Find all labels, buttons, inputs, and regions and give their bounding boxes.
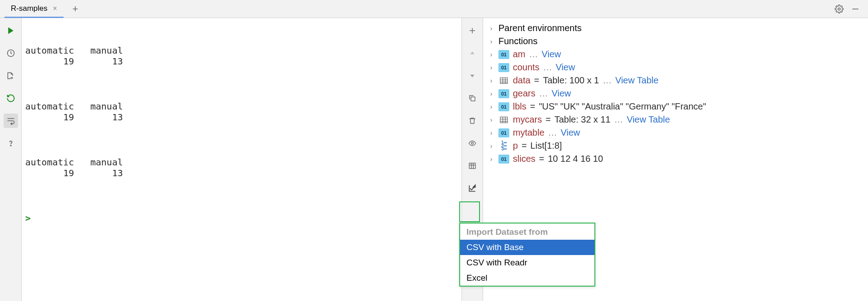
variable-row[interactable]: › mycars = Table: 32 x 11 … View Table [483, 113, 868, 126]
eq: = [521, 141, 527, 151]
view-link[interactable]: View [552, 88, 571, 99]
variable-row[interactable]: › 1━2━3━ p = List[1:8] [483, 139, 868, 152]
tab-bar: R-samples × + [0, 0, 868, 18]
variable-name: am [513, 49, 525, 59]
svg-rect-12 [469, 163, 475, 169]
eq: = [539, 154, 544, 164]
variable-row[interactable]: › 01 counts … View [483, 61, 868, 74]
list-badge-icon: 1━2━3━ [498, 141, 509, 150]
dropdown-item-excel[interactable]: Excel [460, 270, 594, 286]
chevron-right-icon[interactable]: › [488, 77, 495, 84]
ellipsis: … [539, 88, 548, 99]
tab-r-samples[interactable]: R-samples × [5, 1, 64, 18]
dropdown-header: Import Dataset from [460, 223, 594, 240]
variable-name: gears [513, 88, 535, 99]
chevron-right-icon[interactable]: › [488, 38, 495, 45]
svg-rect-10 [471, 97, 475, 101]
variable-name: slices [513, 154, 535, 164]
variable-value: 10 12 4 16 10 [548, 154, 603, 164]
variable-value: Table: 32 x 11 [554, 114, 611, 125]
num-badge-icon: 01 [498, 155, 509, 164]
chevron-right-icon[interactable]: › [488, 25, 495, 32]
chevron-right-icon[interactable]: › [488, 142, 495, 150]
ellipsis: … [529, 49, 538, 59]
svg-marker-16 [473, 185, 475, 187]
copy-icon[interactable] [465, 91, 480, 105]
down-icon[interactable] [465, 68, 480, 83]
console-prompt[interactable]: > [25, 213, 31, 223]
svg-marker-8 [470, 52, 474, 55]
variable-row[interactable]: › data = Table: 100 x 1 … View Table [483, 74, 868, 87]
variable-row[interactable]: › 01 lbls = "US" "UK" "Australia" "Germa… [483, 100, 868, 113]
import-dataset-icon[interactable] [465, 181, 480, 196]
variable-name: counts [513, 62, 539, 73]
variable-value: "US" "UK" "Australia" "Germany" "France" [539, 101, 706, 112]
history-icon[interactable] [4, 46, 18, 60]
chevron-right-icon[interactable]: › [488, 155, 495, 163]
view-table-link[interactable]: View Table [627, 114, 670, 125]
table-badge-icon [498, 76, 509, 85]
run-icon[interactable] [4, 23, 18, 38]
table-view-icon[interactable] [465, 159, 480, 173]
variable-value: Table: 100 x 1 [543, 75, 599, 86]
svg-rect-22 [500, 117, 507, 123]
num-badge-icon: 01 [498, 63, 509, 72]
ellipsis: … [614, 114, 623, 125]
variable-name: mycars [513, 114, 542, 125]
dropdown-item-csv-readr[interactable]: CSV with Readr [460, 255, 594, 270]
eq: = [545, 114, 551, 125]
chevron-right-icon[interactable]: › [488, 64, 495, 71]
console-block: automatic manual 19 13 [25, 157, 458, 178]
add-icon[interactable] [465, 23, 480, 38]
vars-section[interactable]: › Functions [483, 35, 868, 48]
export-icon[interactable] [4, 68, 18, 83]
console-output[interactable]: automatic manual 19 13 automatic manual … [22, 18, 461, 301]
help-icon[interactable] [4, 136, 18, 150]
chevron-right-icon[interactable]: › [488, 129, 495, 137]
up-icon[interactable] [465, 46, 480, 60]
chevron-right-icon[interactable]: › [488, 51, 495, 58]
variable-name: lbls [513, 101, 526, 112]
svg-point-0 [838, 8, 841, 10]
svg-rect-17 [500, 78, 507, 83]
variable-row[interactable]: › 01 mytable … View [483, 126, 868, 139]
vars-section[interactable]: › Parent environments [483, 22, 868, 35]
variable-row[interactable]: › 01 am … View [483, 48, 868, 61]
num-badge-icon: 01 [498, 102, 509, 111]
console-block: automatic manual 19 13 [25, 101, 458, 123]
tab-title: R-samples [11, 4, 47, 13]
table-badge-icon [498, 115, 509, 124]
variable-row[interactable]: › 01 slices = 10 12 4 16 10 [483, 152, 868, 165]
gear-icon[interactable] [835, 5, 844, 14]
svg-point-11 [471, 142, 474, 145]
num-badge-icon: 01 [498, 89, 509, 98]
close-icon[interactable]: × [53, 5, 57, 13]
eq: = [530, 101, 535, 112]
svg-marker-2 [8, 27, 14, 34]
view-table-link[interactable]: View Table [615, 75, 658, 86]
eq: = [534, 75, 539, 86]
add-tab-button[interactable]: + [73, 3, 78, 15]
chevron-right-icon[interactable]: › [488, 103, 495, 110]
view-link[interactable]: View [542, 49, 561, 59]
variable-value: List[1:8] [530, 141, 562, 151]
minimize-icon[interactable] [851, 5, 860, 14]
ellipsis: … [603, 75, 612, 86]
section-label: Functions [498, 36, 538, 46]
restart-icon[interactable] [4, 91, 18, 105]
console-gutter [0, 18, 22, 301]
delete-icon[interactable] [465, 114, 480, 128]
soft-wrap-icon[interactable] [4, 114, 18, 128]
view-link[interactable]: View [561, 128, 580, 138]
variable-name: data [513, 75, 530, 86]
ellipsis: … [548, 128, 557, 138]
variable-name: mytable [513, 128, 544, 138]
section-label: Parent environments [498, 23, 582, 33]
variable-row[interactable]: › 01 gears … View [483, 87, 868, 100]
chevron-right-icon[interactable]: › [488, 90, 495, 97]
visibility-icon[interactable] [465, 136, 480, 150]
view-link[interactable]: View [556, 62, 575, 73]
chevron-right-icon[interactable]: › [488, 116, 495, 123]
ellipsis: … [543, 62, 552, 73]
dropdown-item-csv-base[interactable]: CSV with Base [460, 240, 594, 255]
